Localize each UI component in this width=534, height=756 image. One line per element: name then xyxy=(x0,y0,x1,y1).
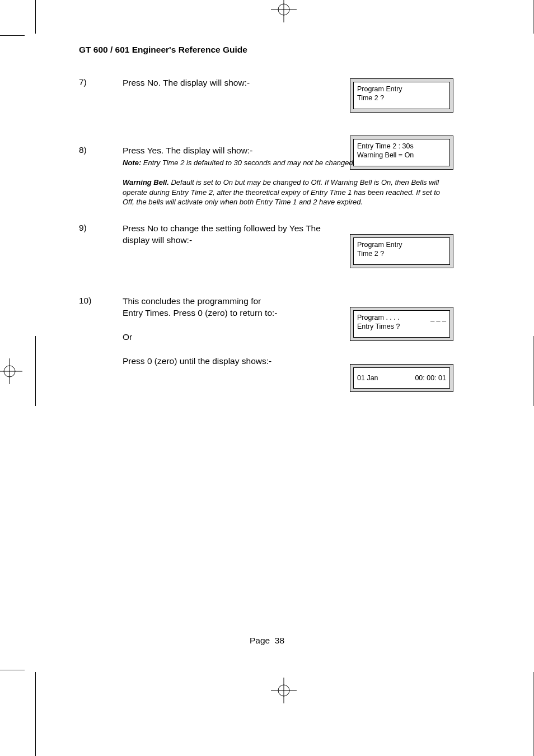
page-header: GT 600 / 601 Engineer's Reference Guide xyxy=(79,45,453,55)
crop-mark xyxy=(35,336,36,406)
step-text: Entry Times. Press 0 (zero) to return to… xyxy=(123,307,449,319)
step-text: This concludes the programming for xyxy=(123,296,449,307)
step-row: 10) This concludes the programming for E… xyxy=(79,296,453,367)
step-body: Press Yes. The display will show:- Note:… xyxy=(123,145,453,167)
crop-mark xyxy=(0,670,25,670)
step-number: 8) xyxy=(79,145,123,155)
page-no: 38 xyxy=(275,636,284,645)
registration-mark-icon xyxy=(271,0,297,22)
step-text: Or xyxy=(123,332,449,343)
step-number: 9) xyxy=(79,223,123,233)
crop-mark xyxy=(533,336,533,406)
step-number: 10) xyxy=(79,296,123,306)
crop-mark xyxy=(35,672,36,756)
warning-paragraph: Warning Bell. Default is set to On but m… xyxy=(123,178,450,207)
step-note: Note: Entry Time 2 is defaulted to 30 se… xyxy=(123,158,449,168)
registration-mark-icon xyxy=(271,678,297,703)
step-row: 9) Press No to change the setting follow… xyxy=(79,223,453,246)
note-label: Note: xyxy=(123,158,141,167)
step-text: Press 0 (zero) until the display shows:- xyxy=(123,356,449,367)
crop-mark xyxy=(533,672,533,756)
page-label: Page xyxy=(250,636,270,645)
crop-mark xyxy=(0,35,25,36)
step-text: Press No. The display will show:- xyxy=(123,77,453,89)
step-body: This concludes the programming for Entry… xyxy=(123,296,453,367)
step-text: Press No to change the setting followed … xyxy=(123,223,345,246)
step-text: Press Yes. The display will show:- xyxy=(123,145,449,157)
crop-mark xyxy=(533,0,533,34)
step-row: 7) Press No. The display will show:- xyxy=(79,77,453,89)
warning-label: Warning Bell. xyxy=(123,178,169,186)
note-text: Entry Time 2 is defaulted to 30 seconds … xyxy=(141,158,355,167)
crop-mark xyxy=(35,0,36,34)
page-content: GT 600 / 601 Engineer's Reference Guide … xyxy=(79,45,453,379)
warning-text: Default is set to On but may be changed … xyxy=(123,178,440,206)
registration-mark-icon xyxy=(0,358,22,384)
step-row: 8) Press Yes. The display will show:- No… xyxy=(79,145,453,167)
step-number: 7) xyxy=(79,77,123,87)
page-number: Page 38 xyxy=(0,636,534,646)
